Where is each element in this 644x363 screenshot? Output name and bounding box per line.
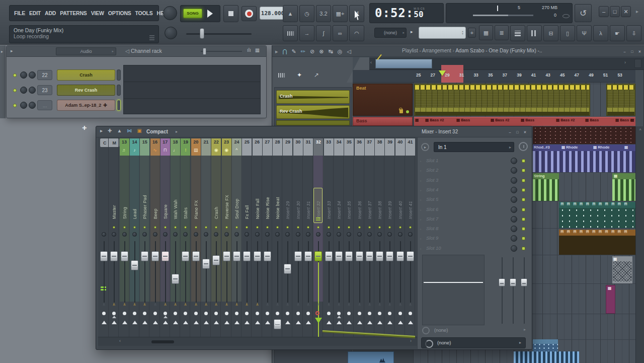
record-arm-dot[interactable] [266,312,269,315]
overdub-icon[interactable]: ▦+ [336,11,345,17]
slot-knob[interactable] [511,158,517,164]
strip-mute-led[interactable] [348,226,350,229]
volume-fader-handle[interactable] [386,251,393,261]
record-arm-dot[interactable] [133,312,136,315]
volume-fader-handle[interactable] [121,251,128,261]
strip-number-header[interactable]: 32 [313,138,323,156]
fader-track[interactable] [134,241,135,303]
strip-name[interactable]: Insert 35 [347,156,352,219]
mixer-strip-insert-29[interactable]: 29Insert 29♆ [283,137,292,346]
mixer-button-icon[interactable] [531,30,537,36]
route-arrow[interactable] [224,321,229,324]
effect-slot[interactable]: ▸Slot 5 [418,195,530,204]
strip-mute-led[interactable] [338,226,340,229]
strip-sep-knob[interactable] [347,232,351,237]
maximize-button[interactable]: □ [629,48,635,55]
strip-number-header[interactable]: 20 [191,138,201,156]
detach-icon[interactable]: ▸ [100,128,103,133]
strip-number-header[interactable]: 37 [365,138,374,156]
fader-track[interactable] [339,241,340,303]
mixer-scroll-indicator[interactable] [151,340,174,343]
strip-number-header[interactable]: 31 [303,138,313,156]
route-arrow[interactable] [265,321,270,324]
strip-name[interactable]: Stabs [183,156,188,219]
mixer-strip-insert-32[interactable]: 32Insert 32♆ [313,137,323,346]
channel-button[interactable]: Rev Crash [57,85,115,96]
record-arm-dot[interactable] [337,312,341,315]
menu-add[interactable]: ADD [45,10,56,16]
fader-track[interactable] [216,241,217,303]
route-arrow[interactable] [306,321,311,324]
step-edit-icon[interactable]: → [304,31,310,36]
route-arrow[interactable] [142,321,147,324]
fader-track[interactable] [257,241,258,303]
strip-sep-knob[interactable] [275,232,280,237]
volume-fader-handle[interactable] [192,251,200,261]
fx-plug-icon[interactable]: ♆ [242,302,252,308]
strip-name[interactable]: Reverse FX [224,156,229,219]
slot-knob[interactable] [511,206,517,213]
draw-pencil-icon[interactable]: ✎ [292,49,296,54]
panel-plugin-database-button[interactable]: ▯ [560,25,575,41]
browser-button-icon[interactable]: ⊟ [548,31,553,36]
input-selector[interactable]: In 1 ▸ [434,142,514,152]
route-arrow[interactable] [387,321,392,324]
fx-plug-icon[interactable]: ♆ [406,302,415,308]
record-arm-dot[interactable] [194,312,198,315]
pattern-tab-icon[interactable] [278,73,285,78]
mixer-strip-wah-wah[interactable]: 18♩Wah Wah♆ [171,137,180,346]
effect-slot[interactable]: ▸Slot 10 [418,244,530,253]
strip-number-header[interactable]: 14 [130,138,139,156]
slot-enable-led[interactable] [522,247,525,250]
slot-enable-led[interactable] [522,179,525,182]
strip-number-header[interactable]: 35 [344,138,354,156]
slot-enable-led[interactable] [522,169,525,172]
route-arrow-extra[interactable] [164,316,168,318]
strip-sep-knob[interactable] [102,232,106,237]
latency-clock-icon[interactable] [519,142,528,151]
volume-fader-handle[interactable] [254,251,261,261]
strip-sep-knob[interactable] [163,232,168,237]
channel-pan-knob[interactable] [20,87,27,94]
volume-fader-handle[interactable] [304,251,312,261]
fader-track[interactable] [267,241,268,303]
mixer-strip-noise-beat[interactable]: 28Noise beat♆ [273,137,282,346]
route-arrow[interactable] [173,321,178,324]
strip-mute-led[interactable] [276,226,279,229]
volume-fader-handle[interactable] [141,251,148,261]
strip-number-header[interactable]: 38 [375,138,384,156]
track-header-bass[interactable]: Bass [353,117,413,126]
strip-number-header[interactable]: 16 [150,138,160,156]
slot-knob[interactable] [511,196,517,203]
menu-view[interactable]: VIEW [91,10,104,16]
slot-knob[interactable] [511,235,517,242]
snap-link[interactable]: ∞ [333,25,348,41]
mixer-strip-fx-fall[interactable]: 25Fx Fall♆ [242,137,252,346]
route-arrow[interactable] [183,321,188,324]
effect-slot[interactable]: ▸Slot 9 [418,234,530,243]
fader-track[interactable] [359,241,360,303]
stop-button[interactable] [223,5,238,22]
fx-plug-icon[interactable]: ♆ [355,302,364,308]
fader-track[interactable] [369,241,370,303]
fx-plug-icon[interactable]: ♆ [324,302,334,308]
strip-mute-led[interactable] [307,226,309,229]
fx-plug-icon[interactable]: ♆ [313,302,323,308]
play-button[interactable] [207,10,213,18]
channel-pan-knob[interactable] [20,102,27,109]
strip-name[interactable]: Insert 41 [408,156,413,219]
effect-slot[interactable]: ▸Slot 8 [418,225,530,234]
volume-fader-handle[interactable] [131,260,138,270]
fader-track[interactable] [175,241,176,303]
fader-track[interactable] [155,241,156,303]
scroll-preview-thumb[interactable] [375,59,432,68]
zoom-tool-icon[interactable]: ◎ [338,49,343,54]
strip-sep-knob[interactable] [357,232,362,237]
plugin-picker-icon[interactable]: ⋈ [127,128,132,133]
strip-name[interactable]: Crash [214,156,219,219]
strip-number-header[interactable]: 30 [293,138,303,156]
mixer-strip-insert-36[interactable]: 36Insert 36♆ [355,137,364,346]
playlist-vscrollbar[interactable]: ˄ [635,126,644,363]
strip-mute-led[interactable] [246,226,248,229]
scroll-right-arrow[interactable]: › [624,60,626,65]
